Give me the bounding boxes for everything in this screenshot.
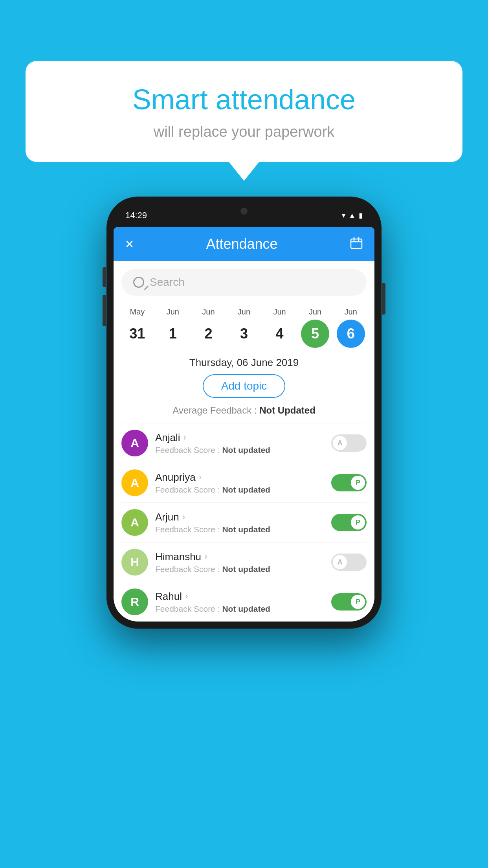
bubble-title: Smart attendance	[49, 83, 439, 116]
student-info: Rahul ›Feedback Score : Not updated	[155, 590, 324, 614]
student-info: Himanshu ›Feedback Score : Not updated	[155, 551, 324, 574]
date-cell[interactable]: Jun1	[157, 307, 189, 348]
speech-bubble: Smart attendance will replace your paper…	[26, 61, 462, 162]
date-number[interactable]: 1	[159, 320, 187, 348]
student-list: AAnjali ›Feedback Score : Not updatedAAA…	[114, 423, 374, 622]
date-month: Jun	[309, 307, 321, 316]
notch	[220, 204, 268, 219]
date-row: May31Jun1Jun2Jun3Jun4Jun5Jun6	[114, 303, 374, 348]
search-placeholder: Search	[150, 276, 185, 289]
search-bar[interactable]: Search	[121, 269, 367, 296]
attendance-toggle[interactable]: P	[331, 474, 367, 491]
chevron-right-icon: ›	[183, 432, 186, 443]
camera	[240, 208, 248, 215]
date-number[interactable]: 3	[230, 320, 258, 348]
attendance-toggle[interactable]: P	[331, 514, 367, 531]
phone-wrapper: 14:29 ▾ ▲ ▮ × Attendance	[106, 197, 382, 629]
header-title: Attendance	[206, 236, 277, 252]
date-cell[interactable]: Jun2	[193, 307, 224, 348]
student-info: Anjali ›Feedback Score : Not updated	[155, 432, 324, 455]
date-cell[interactable]: Jun6	[335, 307, 367, 348]
toggle-wrap[interactable]: P	[331, 474, 367, 491]
date-number[interactable]: 5	[301, 320, 329, 348]
toggle-wrap[interactable]: P	[331, 514, 367, 531]
status-time: 14:29	[125, 210, 147, 221]
chevron-right-icon: ›	[204, 552, 207, 562]
svg-rect-0	[351, 239, 362, 248]
date-number[interactable]: 31	[123, 320, 151, 348]
date-month: Jun	[238, 307, 250, 316]
student-name[interactable]: Arjun ›	[155, 511, 324, 523]
student-feedback: Feedback Score : Not updated	[155, 485, 324, 495]
student-feedback: Feedback Score : Not updated	[155, 445, 324, 455]
phone-screen: × Attendance Search May31Jun1Jun2Jun3Jun	[114, 227, 374, 622]
power-button	[382, 283, 385, 314]
toggle-thumb: A	[333, 555, 347, 569]
student-feedback: Feedback Score : Not updated	[155, 565, 324, 574]
date-month: Jun	[167, 307, 179, 316]
attendance-toggle[interactable]: A	[331, 434, 367, 452]
toggle-wrap[interactable]: A	[331, 434, 367, 452]
calendar-icon[interactable]	[350, 237, 363, 252]
student-feedback: Feedback Score : Not updated	[155, 525, 324, 534]
app-header: × Attendance	[114, 227, 374, 261]
avg-feedback-value: Not Updated	[259, 405, 316, 416]
status-bar: 14:29 ▾ ▲ ▮	[114, 204, 374, 227]
student-row[interactable]: AAnupriya ›Feedback Score : Not updatedP	[121, 463, 367, 502]
avatar: A	[121, 430, 148, 456]
avatar: R	[121, 588, 148, 615]
volume-up-button	[103, 267, 106, 287]
student-row[interactable]: RRahul ›Feedback Score : Not updatedP	[121, 582, 367, 622]
student-info: Anupriya ›Feedback Score : Not updated	[155, 471, 324, 495]
signal-icon: ▲	[349, 211, 356, 220]
student-name[interactable]: Himanshu ›	[155, 551, 324, 563]
phone-outer: 14:29 ▾ ▲ ▮ × Attendance	[106, 197, 382, 629]
toggle-thumb: A	[333, 436, 347, 450]
avatar: H	[121, 549, 148, 576]
toggle-thumb: P	[351, 595, 365, 609]
avg-feedback: Average Feedback : Not Updated	[114, 405, 374, 416]
battery-icon: ▮	[359, 211, 363, 220]
date-number[interactable]: 4	[266, 320, 294, 348]
date-month: Jun	[202, 307, 215, 316]
student-feedback: Feedback Score : Not updated	[155, 604, 324, 614]
date-cell[interactable]: Jun4	[264, 307, 295, 348]
student-row[interactable]: HHimanshu ›Feedback Score : Not updatedA	[121, 542, 367, 582]
student-row[interactable]: AAnjali ›Feedback Score : Not updatedA	[121, 423, 367, 463]
student-info: Arjun ›Feedback Score : Not updated	[155, 511, 324, 534]
toggle-thumb: P	[351, 515, 365, 530]
date-month: Jun	[345, 307, 357, 316]
attendance-toggle[interactable]: P	[331, 593, 367, 611]
student-name[interactable]: Anupriya ›	[155, 471, 324, 484]
toggle-wrap[interactable]: A	[331, 554, 367, 571]
speech-bubble-container: Smart attendance will replace your paper…	[26, 61, 462, 162]
avg-feedback-label: Average Feedback :	[172, 405, 259, 416]
date-month: May	[130, 307, 145, 316]
volume-down-button	[103, 295, 106, 326]
bubble-subtitle: will replace your paperwork	[49, 123, 439, 140]
close-button[interactable]: ×	[125, 236, 134, 252]
date-cell[interactable]: May31	[121, 307, 153, 348]
wifi-icon: ▾	[342, 211, 345, 220]
add-topic-button[interactable]: Add topic	[203, 374, 286, 398]
status-icons: ▾ ▲ ▮	[342, 211, 363, 220]
toggle-wrap[interactable]: P	[331, 593, 367, 611]
avatar: A	[121, 509, 148, 536]
chevron-right-icon: ›	[185, 591, 188, 601]
chevron-right-icon: ›	[199, 472, 202, 482]
date-cell[interactable]: Jun3	[228, 307, 260, 348]
attendance-toggle[interactable]: A	[331, 554, 367, 571]
student-name[interactable]: Rahul ›	[155, 590, 324, 603]
selected-date-label: Thursday, 06 June 2019	[114, 357, 374, 369]
date-number[interactable]: 6	[337, 320, 365, 348]
date-number[interactable]: 2	[194, 320, 222, 348]
chevron-right-icon: ›	[182, 512, 185, 522]
toggle-thumb: P	[351, 476, 365, 490]
student-name[interactable]: Anjali ›	[155, 432, 324, 444]
date-month: Jun	[273, 307, 286, 316]
search-icon	[133, 277, 144, 288]
date-cell[interactable]: Jun5	[299, 307, 331, 348]
avatar: A	[121, 469, 148, 496]
student-row[interactable]: AArjun ›Feedback Score : Not updatedP	[121, 502, 367, 542]
